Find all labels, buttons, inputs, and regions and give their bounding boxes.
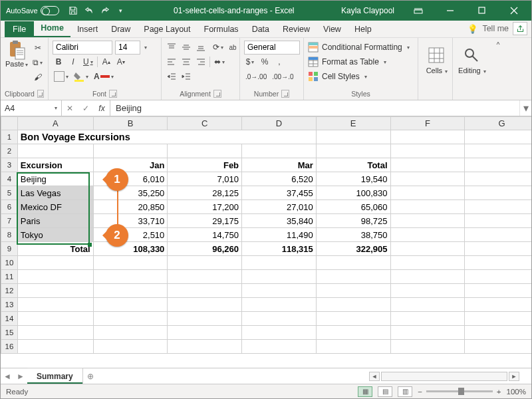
- cell[interactable]: Bon Voyage Excursions: [17, 130, 241, 144]
- cell[interactable]: 35,840: [242, 214, 317, 228]
- format-painter-icon[interactable]: 🖌: [31, 70, 44, 84]
- cell[interactable]: 11,490: [242, 228, 317, 242]
- italic-button[interactable]: I: [67, 55, 79, 68]
- col-header[interactable]: C: [168, 117, 242, 130]
- cell[interactable]: Total: [17, 242, 93, 256]
- bold-button[interactable]: B: [53, 55, 65, 68]
- sheet-tab-summary[interactable]: Summary: [27, 368, 83, 384]
- percent-format-icon[interactable]: %: [259, 55, 271, 68]
- hscroll-right-icon[interactable]: ►: [509, 372, 519, 381]
- cell[interactable]: 38,750: [316, 228, 390, 242]
- cell[interactable]: 118,315: [242, 242, 317, 256]
- tell-me[interactable]: Tell me: [482, 24, 509, 33]
- cell[interactable]: 65,060: [316, 200, 390, 214]
- undo-icon[interactable]: [83, 5, 95, 17]
- increase-decimal-icon[interactable]: .0→.00: [244, 70, 268, 83]
- col-header[interactable]: F: [390, 117, 465, 130]
- align-middle-icon[interactable]: [180, 41, 192, 54]
- align-right-icon[interactable]: [195, 55, 207, 68]
- cell[interactable]: 7,010: [168, 172, 242, 186]
- expand-formula-bar-icon[interactable]: ▾: [519, 100, 531, 116]
- share-button[interactable]: [513, 22, 527, 35]
- col-header[interactable]: A: [17, 117, 93, 130]
- tab-review[interactable]: Review: [276, 22, 317, 37]
- hscroll-left-icon[interactable]: ◄: [369, 372, 380, 381]
- row-header[interactable]: 9: [1, 242, 18, 256]
- cancel-icon[interactable]: ✕: [62, 104, 78, 113]
- row-header[interactable]: 13: [1, 298, 18, 312]
- cell[interactable]: 19,540: [316, 172, 390, 186]
- tab-page-layout[interactable]: Page Layout: [137, 22, 197, 37]
- row-header[interactable]: 1: [1, 130, 18, 144]
- row-header[interactable]: 16: [1, 340, 18, 354]
- cell[interactable]: 108,330: [93, 242, 168, 256]
- sheet-nav-prev-icon[interactable]: ◄: [1, 372, 14, 381]
- zoom-in-icon[interactable]: +: [497, 388, 501, 396]
- row-header[interactable]: 8: [1, 228, 18, 242]
- maximize-icon[interactable]: [467, 1, 497, 21]
- page-break-view-icon[interactable]: ▥: [398, 386, 412, 397]
- paste-button[interactable]: Paste▾: [5, 40, 29, 88]
- cell[interactable]: Total: [316, 158, 390, 172]
- tab-insert[interactable]: Insert: [70, 22, 104, 37]
- increase-indent-icon[interactable]: [180, 70, 192, 83]
- col-header[interactable]: D: [242, 117, 317, 130]
- row-header[interactable]: 12: [1, 284, 18, 298]
- select-all-corner[interactable]: [1, 117, 18, 130]
- row-header[interactable]: 11: [1, 270, 18, 284]
- merge-center-button[interactable]: ⬌▾: [213, 55, 226, 68]
- save-icon[interactable]: [67, 5, 79, 17]
- cell[interactable]: 17,200: [168, 200, 242, 214]
- comma-format-icon[interactable]: ,: [273, 55, 285, 68]
- cell[interactable]: 14,750: [168, 228, 242, 242]
- cell[interactable]: 35,250: [93, 186, 168, 200]
- row-header[interactable]: 6: [1, 200, 18, 214]
- underline-button[interactable]: U▾: [82, 55, 94, 68]
- cells-button[interactable]: Cells ▾: [422, 47, 452, 74]
- minimize-icon[interactable]: [436, 1, 465, 21]
- row-header[interactable]: 15: [1, 326, 18, 340]
- autosave-toggle[interactable]: AutoSave: [6, 6, 59, 15]
- cell[interactable]: 96,260: [168, 242, 242, 256]
- number-format-combo[interactable]: [244, 41, 300, 55]
- col-header[interactable]: G: [465, 117, 531, 130]
- cell-styles-button[interactable]: Cell Styles▾: [308, 69, 414, 84]
- align-center-icon[interactable]: [180, 55, 192, 68]
- cell[interactable]: 6,520: [242, 172, 317, 186]
- cell[interactable]: Mar: [242, 158, 317, 172]
- font-size-combo[interactable]: [115, 41, 140, 55]
- dialog-launcher-icon[interactable]: [37, 90, 44, 98]
- copy-icon[interactable]: ⧉▾: [31, 56, 44, 69]
- ribbon-options-icon[interactable]: [404, 1, 433, 21]
- normal-view-icon[interactable]: ▦: [358, 386, 372, 397]
- redo-icon[interactable]: [99, 5, 111, 17]
- editing-button[interactable]: Editing ▾: [458, 47, 487, 74]
- sheet-nav-next-icon[interactable]: ►: [14, 372, 27, 381]
- decrease-font-icon[interactable]: A▾: [115, 55, 127, 68]
- fx-icon[interactable]: fx: [94, 104, 110, 113]
- cut-icon[interactable]: ✂: [31, 41, 44, 55]
- collapse-ribbon-icon[interactable]: ˄: [491, 38, 505, 100]
- cell[interactable]: Tokyo: [17, 228, 93, 242]
- dialog-launcher-icon[interactable]: [109, 90, 117, 98]
- tab-data[interactable]: Data: [245, 22, 276, 37]
- accounting-format-icon[interactable]: $▾: [244, 55, 256, 68]
- orientation-icon[interactable]: ⟳▾: [212, 41, 224, 54]
- cell[interactable]: 37,455: [242, 186, 317, 200]
- decrease-decimal-icon[interactable]: .00→.0: [271, 70, 295, 83]
- enter-icon[interactable]: ✓: [78, 104, 94, 113]
- increase-font-icon[interactable]: A▴: [100, 55, 112, 68]
- font-name-combo[interactable]: [53, 41, 112, 55]
- zoom-slider[interactable]: − +: [418, 388, 501, 396]
- cell[interactable]: Beijing: [17, 172, 93, 186]
- formula-input[interactable]: Beijing: [110, 100, 519, 116]
- new-sheet-icon[interactable]: ⊕: [83, 372, 98, 381]
- row-header[interactable]: 4: [1, 172, 18, 186]
- format-as-table-button[interactable]: Format as Table▾: [308, 55, 414, 69]
- decrease-indent-icon[interactable]: [166, 70, 178, 83]
- tab-draw[interactable]: Draw: [104, 22, 137, 37]
- col-header[interactable]: E: [316, 117, 390, 130]
- qat-dropdown-icon[interactable]: ▾: [115, 5, 127, 17]
- row-header[interactable]: 5: [1, 186, 18, 200]
- cell[interactable]: Jan: [93, 158, 168, 172]
